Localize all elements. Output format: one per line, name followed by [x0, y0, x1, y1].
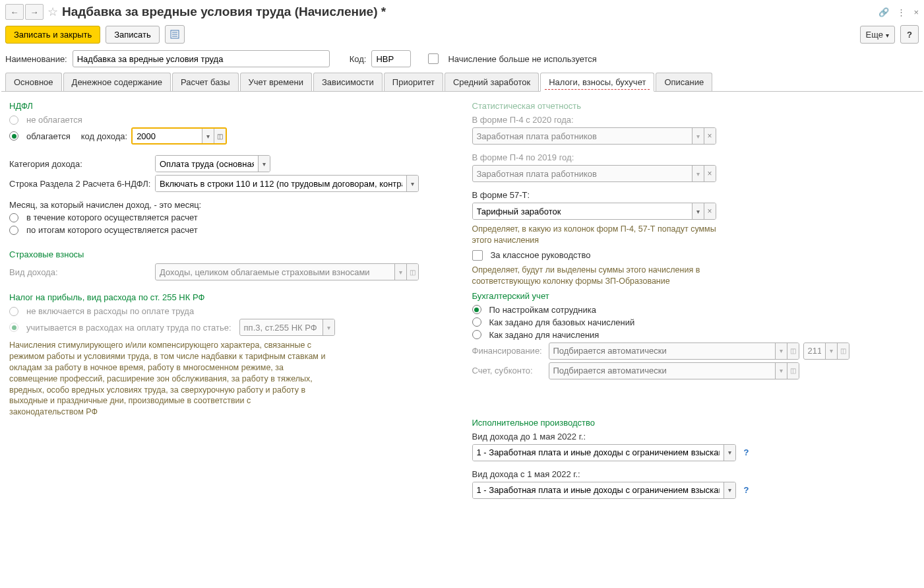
tab-money[interactable]: Денежное содержание	[63, 73, 171, 91]
month-opt2-label: по итогам которого осуществляется расчет	[26, 225, 198, 235]
chevron-down-icon	[825, 343, 837, 359]
f57t-combo[interactable]	[472, 203, 716, 220]
section2-combo[interactable]	[155, 175, 419, 192]
window-title: Надбавка за вредные условия труда (Начис…	[62, 5, 878, 19]
profit-opt1-radio	[9, 307, 18, 316]
acct-opt3-radio[interactable]	[472, 330, 481, 339]
more-menu-button[interactable]: Еще	[860, 26, 895, 44]
name-label: Наименование:	[5, 54, 67, 64]
class-leader-hint: Определяет, будут ли выделены суммы этог…	[472, 265, 736, 287]
month-opt1-label: в течение которого осуществляется расчет	[26, 212, 198, 222]
account-sub-combo	[549, 362, 799, 379]
class-leader-checkbox[interactable]	[472, 250, 483, 261]
stat-title: Статистическая отчетность	[472, 101, 915, 111]
tab-base[interactable]: Расчет базы	[172, 73, 239, 91]
not-used-checkbox[interactable]	[428, 53, 439, 64]
insurance-title: Страховые взносы	[9, 249, 452, 259]
clear-icon[interactable]	[704, 203, 716, 219]
not-used-label: Начисление больше не используется	[448, 54, 596, 64]
chevron-down-icon	[775, 343, 787, 359]
chevron-down-icon[interactable]	[692, 203, 704, 219]
profit-opt1-label: не включается в расходы по оплате труда	[26, 306, 194, 316]
month-label: Месяц, за который начислен доход, - это …	[9, 200, 452, 210]
save-and-close-button[interactable]: Записать и закрыть	[5, 26, 100, 44]
month-opt1-radio[interactable]	[9, 213, 18, 222]
tab-deps[interactable]: Зависимости	[313, 73, 383, 91]
open-external-icon	[787, 363, 799, 379]
exec-before-help[interactable]: ?	[744, 447, 749, 457]
financing-combo	[549, 343, 799, 360]
exec-after-combo[interactable]	[472, 482, 736, 499]
income-code-combo[interactable]	[131, 127, 227, 145]
exec-before-combo[interactable]	[472, 444, 736, 461]
insurance-type-label: Вид дохода:	[9, 267, 151, 277]
chevron-down-icon	[886, 30, 889, 40]
chevron-down-icon[interactable]	[724, 445, 735, 461]
account211-combo	[803, 343, 849, 360]
acct-opt3-label: Как задано для начисления	[489, 330, 600, 340]
clear-icon	[704, 166, 716, 181]
nav-back-button[interactable]: ←	[5, 4, 24, 20]
insurance-type-combo	[155, 263, 419, 280]
chevron-down-icon[interactable]	[258, 156, 270, 172]
open-external-icon[interactable]	[214, 129, 226, 143]
income-category-combo[interactable]	[155, 155, 270, 172]
exec-before-label: Вид дохода до 1 мая 2022 г.:	[472, 432, 915, 441]
favorite-star-icon[interactable]: ☆	[47, 5, 58, 19]
p4-2019-combo	[472, 165, 716, 182]
chevron-down-icon[interactable]	[406, 176, 418, 191]
list-icon-button[interactable]	[165, 25, 185, 44]
profit-article-combo	[239, 319, 335, 336]
tab-avg-earn[interactable]: Средний заработок	[445, 73, 539, 91]
save-button[interactable]: Записать	[106, 26, 160, 44]
profit-opt2-label: учитывается в расходах на оплату труда п…	[26, 323, 231, 333]
tab-taxes[interactable]: Налоги, взносы, бухучет	[540, 73, 654, 92]
ndfl-not-taxed-radio	[9, 115, 18, 125]
p4-2019-label: В форме П-4 по 2019 год:	[472, 152, 915, 162]
list-icon	[170, 30, 179, 39]
class-leader-label: За классное руководство	[491, 250, 591, 260]
chevron-down-icon	[775, 363, 787, 379]
p4-2020-label: В форме П-4 с 2020 года:	[472, 115, 915, 125]
tab-main[interactable]: Основное	[5, 73, 62, 91]
open-external-icon	[406, 264, 418, 280]
chevron-down-icon[interactable]	[724, 482, 735, 498]
profit-tax-hint: Начисления стимулирующего и/или компенси…	[9, 340, 326, 418]
tab-time[interactable]: Учет времени	[240, 73, 312, 91]
code-label: Код:	[350, 54, 367, 64]
chevron-down-icon	[692, 166, 704, 181]
code-input[interactable]	[371, 50, 411, 67]
ndfl-taxed-label: облагается	[26, 131, 71, 141]
profit-tax-title: Налог на прибыль, вид расхода по ст. 255…	[9, 292, 452, 302]
account-sub-label: Счет, субконто:	[472, 366, 545, 376]
acct-opt1-label: По настройкам сотрудника	[489, 305, 596, 315]
exec-title: Исполнительное производство	[472, 418, 915, 428]
name-input[interactable]	[73, 50, 330, 67]
tab-description[interactable]: Описание	[656, 73, 712, 91]
tab-priority[interactable]: Приоритет	[384, 73, 443, 91]
chevron-down-icon[interactable]	[202, 129, 214, 143]
f57t-hint: Определяет, в какую из колонок форм П-4,…	[472, 224, 736, 246]
help-button[interactable]: ?	[900, 25, 919, 44]
profit-opt2-radio	[9, 323, 18, 332]
section2-label: Строка Раздела 2 Расчета 6-НДФЛ:	[9, 179, 151, 189]
acct-opt2-radio[interactable]	[472, 317, 481, 327]
exec-after-help[interactable]: ?	[744, 485, 749, 495]
month-opt2-radio[interactable]	[9, 226, 18, 235]
close-icon[interactable]: ×	[913, 7, 919, 17]
acct-opt1-radio[interactable]	[472, 305, 481, 314]
f57t-label: В форме 57-Т:	[472, 190, 915, 200]
p4-2020-combo	[472, 127, 716, 145]
financing-label: Финансирование:	[472, 346, 545, 356]
link-icon[interactable]: 🔗	[878, 7, 889, 17]
chevron-down-icon	[692, 128, 704, 144]
acct-opt2-label: Как задано для базовых начислений	[489, 317, 635, 327]
kebab-menu-icon[interactable]: ⋮	[897, 7, 906, 17]
income-category-label: Категория дохода:	[9, 159, 151, 169]
ndfl-taxed-radio[interactable]	[9, 131, 18, 141]
clear-icon	[704, 128, 716, 144]
nav-forward-button[interactable]: →	[25, 4, 44, 20]
ndfl-title: НДФЛ	[9, 101, 452, 111]
income-code-label: код дохода:	[81, 131, 127, 141]
open-external-icon	[787, 343, 799, 359]
